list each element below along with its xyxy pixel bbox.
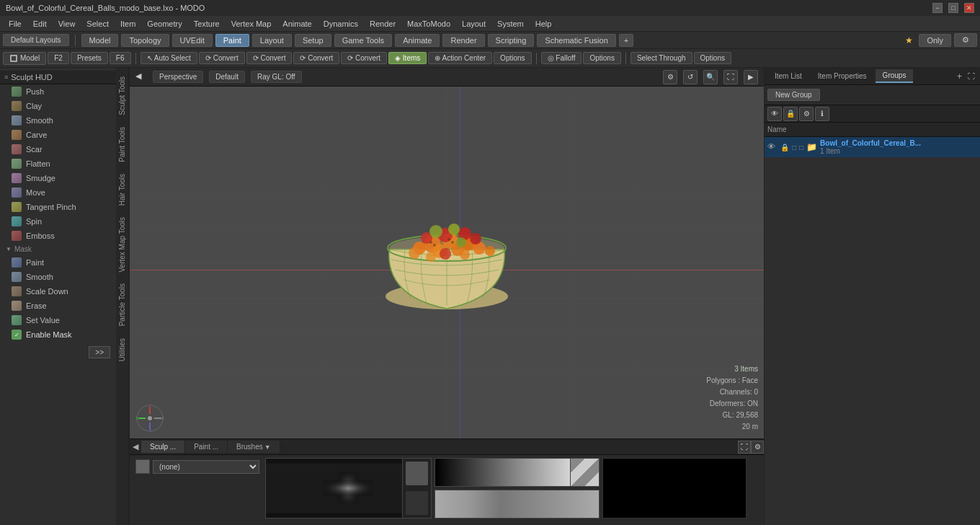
tab-setup[interactable]: Setup [295,34,331,47]
tab-model[interactable]: Model [81,34,119,47]
f6-button[interactable]: F6 [110,52,131,64]
tab-schematic-fusion[interactable]: Schematic Fusion [537,34,615,47]
viewport-expand-btn[interactable]: ▶ [744,70,758,84]
tool-push[interactable]: Push [0,84,116,99]
add-group-plus[interactable]: + [955,69,964,84]
shading-button[interactable]: Default [209,71,245,83]
tool-emboss[interactable]: Emboss [0,229,116,243]
tab-item-properties[interactable]: Item Properties [811,70,874,82]
brushes-dropdown-arrow[interactable]: ▼ [264,444,271,451]
tool-smooth[interactable]: Smooth [0,113,116,128]
convert-button-4[interactable]: ⟳ Convert [341,52,387,64]
tab-game-tools[interactable]: Game Tools [334,34,393,47]
panel-maximize-btn[interactable]: ⛶ [966,70,977,82]
info-icon-btn[interactable]: ℹ [815,107,829,121]
bottom-tab-paint[interactable]: Paint ... [185,441,228,453]
model-mode-button[interactable]: Model [3,52,46,65]
tool-clay[interactable]: Clay [0,99,116,113]
menu-item-file[interactable]: File [3,18,27,30]
options-button-3[interactable]: Options [694,52,731,64]
tab-groups[interactable]: Groups [876,69,914,83]
options-button-1[interactable]: Options [494,52,531,64]
viewport-settings-btn[interactable]: ⚙ [663,70,677,84]
mask-smooth[interactable]: Smooth [0,270,116,284]
eye-icon-btn[interactable]: 👁 [767,107,782,121]
items-button[interactable]: ◈ Items [388,52,427,64]
tool-smudge[interactable]: Smudge [0,171,116,185]
convert-button-1[interactable]: ⟳ Convert [199,52,245,64]
ray-gl-button[interactable]: Ray GL: Off [251,71,302,83]
sculpt-dropdown[interactable]: (none) [153,460,259,474]
menu-item-item[interactable]: Item [115,18,141,30]
menu-item-geometry[interactable]: Geometry [141,18,187,30]
viewport-fit-btn[interactable]: ↺ [683,70,698,84]
item-row-bowl[interactable]: 👁 🔒 □ □ 📁 Bowl_of_Colorful_Cereal_B... 1… [765,137,980,157]
menu-item-dynamics[interactable]: Dynamics [318,18,364,30]
settings-icon-btn[interactable]: ⚙ [799,107,814,121]
bottom-gear-btn[interactable]: ⚙ [751,441,764,454]
viewport-3d[interactable]: 3 Items Polygons : Face Channels: 0 Defo… [130,87,764,438]
lock-icon-btn[interactable]: 🔒 [783,107,798,121]
menu-item-system[interactable]: System [491,18,530,30]
menu-item-layout[interactable]: Layout [456,18,491,30]
tool-move[interactable]: Move [0,185,116,200]
menu-item-help[interactable]: Help [530,18,558,30]
bottom-expand-btn[interactable]: ⛶ [738,441,751,454]
tool-flatten[interactable]: Flatten [0,156,116,171]
presets-button[interactable]: Presets [71,52,108,64]
layout-dropdown[interactable]: Default Layouts [3,34,69,46]
maximize-button[interactable]: □ [948,3,958,13]
menu-item-view[interactable]: View [53,18,81,30]
select-through-button[interactable]: Select Through [631,52,692,64]
only-button[interactable]: Only [919,34,951,47]
bottom-nav-btn[interactable]: ◀ [130,439,141,455]
vtab-hair[interactable]: Hair Tools [117,168,128,211]
viewport-nav-back[interactable]: ◀ [135,71,147,83]
menu-item-select[interactable]: Select [81,18,115,30]
menu-item-edit[interactable]: Edit [27,18,53,30]
mask-section-header[interactable]: Mask [0,243,116,255]
viewport-zoom-btn[interactable]: 🔍 [703,70,718,84]
falloff-button[interactable]: ◎ Falloff [541,52,582,64]
menu-item-render[interactable]: Render [364,18,401,30]
viewport-maximize-btn[interactable]: ⛶ [723,70,738,84]
expand-button[interactable]: >> [89,346,110,358]
tab-item-list[interactable]: Item List [767,70,809,82]
bottom-tab-sculpt[interactable]: Sculp ... [141,441,185,453]
tab-render[interactable]: Render [442,34,484,47]
tab-layout[interactable]: Layout [252,34,292,47]
auto-select-button[interactable]: ↖ Auto Select [141,52,197,64]
enable-mask-toggle[interactable]: ✓ Enable Mask [0,327,116,342]
tab-topology[interactable]: Topology [121,34,169,47]
tab-animate[interactable]: Animate [395,34,440,47]
tool-spin[interactable]: Spin [0,214,116,229]
mask-scale-down[interactable]: Scale Down [0,284,116,299]
tool-tangent-pinch[interactable]: Tangent Pinch [0,200,116,214]
convert-button-2[interactable]: ⟳ Convert [246,52,293,64]
settings-button[interactable]: ⚙ [954,33,977,47]
action-center-button[interactable]: ⊕ Action Center [428,52,492,64]
tab-scripting[interactable]: Scripting [488,34,535,47]
f2-button[interactable]: F2 [48,52,69,64]
tool-carve[interactable]: Carve [0,128,116,142]
mask-erase[interactable]: Erase [0,299,116,313]
vtab-utilities[interactable]: Utilities [117,332,128,367]
mask-set-value[interactable]: Set Value [0,313,116,327]
tab-paint[interactable]: Paint [215,34,249,47]
tab-uvedit[interactable]: UVEdit [172,34,213,47]
minimize-button[interactable]: − [932,3,943,13]
mask-paint[interactable]: Paint [0,255,116,270]
vtab-paint[interactable]: Paint Tools [117,121,128,168]
tool-scar[interactable]: Scar [0,142,116,156]
vtab-vertex-map[interactable]: Vertex Map Tools [117,211,128,278]
sculpt-hud-header[interactable]: ≡ Sculpt HUD [0,71,116,84]
convert-button-3[interactable]: ⟳ Convert [293,52,339,64]
menu-item-maxtomodo[interactable]: MaxToModo [401,18,456,30]
add-tab-button[interactable]: + [619,34,633,47]
close-button[interactable]: ✕ [964,3,974,13]
vtab-sculpt[interactable]: Sculpt Tools [117,71,128,121]
menu-item-texture[interactable]: Texture [188,18,226,30]
menu-item-animate[interactable]: Animate [277,18,317,30]
new-group-button[interactable]: New Group [767,89,820,101]
menu-item-vertex-map[interactable]: Vertex Map [226,18,277,30]
